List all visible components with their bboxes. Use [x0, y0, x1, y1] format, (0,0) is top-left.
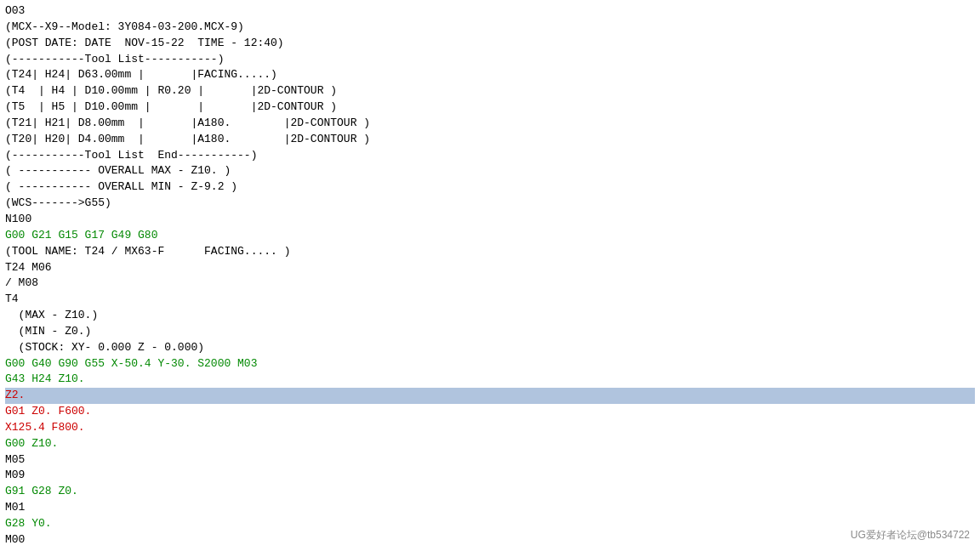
- code-line: M01: [5, 500, 975, 516]
- code-line: (-----------Tool List-----------): [5, 52, 975, 68]
- code-line: (POST DATE: DATE NOV-15-22 TIME - 12:40): [5, 36, 975, 52]
- code-line: ( ----------- OVERALL MAX - Z10. ): [5, 163, 975, 179]
- code-line: G91 G28 Z0.: [5, 484, 975, 500]
- watermark-text: UG爱好者论坛@tb534722: [851, 528, 970, 542]
- code-line: G00 G40 G90 G55 X-50.4 Y-30. S2000 M03: [5, 356, 975, 372]
- code-line: (T4 | H4 | D10.00mm | R0.20 | |2D-CONTOU…: [5, 83, 975, 99]
- code-line: (T24| H24| D63.00mm | |FACING.....): [5, 67, 975, 83]
- code-line: O03: [5, 3, 975, 20]
- code-line: (T21| H21| D8.00mm | |A180. |2D-CONTOUR …: [5, 116, 975, 132]
- code-line: G00 G21 G15 G17 G49 G80: [5, 228, 975, 244]
- code-line: T4: [5, 292, 975, 308]
- code-line: (WCS------->G55): [5, 196, 975, 212]
- code-line: (-----------Tool List End-----------): [5, 148, 975, 164]
- code-line: X125.4 F800.: [5, 420, 975, 436]
- code-line: (MIN - Z0.): [5, 324, 975, 340]
- code-line: (MAX - Z10.): [5, 308, 975, 324]
- code-line: G00 Z10.: [5, 436, 975, 452]
- code-line: M05: [5, 452, 975, 469]
- code-line: G01 Z0. F600.: [5, 404, 975, 420]
- code-line: (T5 | H5 | D10.00mm | | |2D-CONTOUR ): [5, 99, 975, 116]
- code-line: G43 H24 Z10.: [5, 372, 975, 388]
- code-line: (STOCK: XY- 0.000 Z - 0.000): [5, 340, 975, 356]
- code-line: T24 M06: [5, 260, 975, 276]
- code-line: (MCX--X9--Model: 3Y084-03-200.MCX-9): [5, 20, 975, 36]
- code-line: G28 Y0.: [5, 516, 975, 532]
- code-line: (T20| H20| D4.00mm | |A180. |2D-CONTOUR …: [5, 132, 975, 148]
- code-line: (TOOL NAME: T24 / MX63-F FACING..... ): [5, 244, 975, 260]
- code-line: Z2.: [5, 388, 975, 404]
- code-line: N100: [5, 212, 975, 228]
- code-editor: O03(MCX--X9--Model: 3Y084-03-200.MCX-9)(…: [0, 0, 980, 551]
- code-line: ( ----------- OVERALL MIN - Z-9.2 ): [5, 179, 975, 196]
- code-line: M00: [5, 532, 975, 548]
- code-line: / M08: [5, 276, 975, 292]
- code-line: M09: [5, 468, 975, 484]
